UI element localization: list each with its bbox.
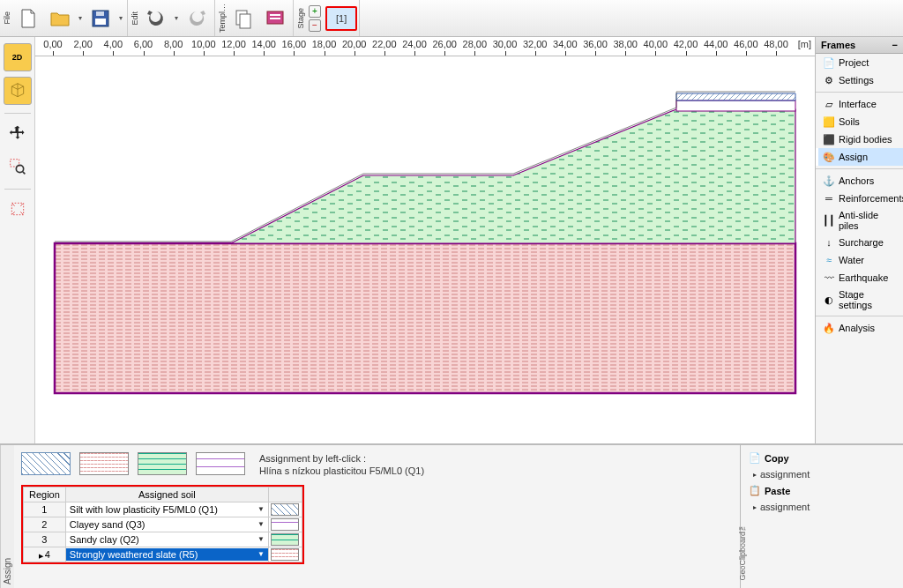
frame-item-label: Earthquake xyxy=(839,272,888,283)
soils-icon: 🟨 xyxy=(823,115,835,128)
ruler-label: 12,00 xyxy=(221,39,246,49)
frames-title: Frames xyxy=(821,40,855,50)
frames-minimize[interactable]: − xyxy=(892,40,898,50)
soil-name: Silt with low plasticity F5/ML0 (Q1) xyxy=(70,504,218,515)
legend-swatch-4[interactable] xyxy=(196,452,245,475)
stage-icon: ◐ xyxy=(823,294,835,306)
copy-assignment[interactable]: assignment xyxy=(744,467,811,481)
soil-dropdown-icon[interactable]: ▼ xyxy=(257,505,265,513)
save-file-button[interactable] xyxy=(86,4,116,33)
frame-item-soils[interactable]: 🟨Soils xyxy=(816,113,903,130)
ruler-label: 24,00 xyxy=(402,39,427,49)
frame-item-label: Analysis xyxy=(839,323,875,333)
assign-row[interactable]: 4Strongly weathered slate (R5)▼ xyxy=(24,547,302,562)
ruler-label: 40,00 xyxy=(644,39,668,49)
ruler-label: 18,00 xyxy=(312,39,337,49)
remove-stage-button[interactable]: − xyxy=(309,19,321,32)
svg-rect-6 xyxy=(270,14,280,16)
undo-button[interactable] xyxy=(141,4,171,33)
assign-row[interactable]: 1Silt with low plasticity F5/ML0 (Q1)▼ xyxy=(24,502,302,517)
svg-rect-4 xyxy=(240,14,250,28)
ruler-label: 26,00 xyxy=(432,39,457,49)
frame-item-settings[interactable]: ⚙Settings xyxy=(816,71,903,89)
top-toolbar: File Edit Templ… Stage + − xyxy=(0,0,903,37)
frame-item-water[interactable]: ≈Water xyxy=(816,251,903,269)
edit-menu-label[interactable]: Edit xyxy=(130,10,140,27)
frame-item-label: Interface xyxy=(839,99,877,109)
open-file-button[interactable] xyxy=(45,4,75,33)
zoom-region-button[interactable] xyxy=(4,153,32,181)
save-file-dropdown[interactable] xyxy=(116,4,125,33)
piles-icon: ┃┃ xyxy=(823,214,835,227)
frame-item-reinforcements[interactable]: ═Reinforcements xyxy=(816,190,903,207)
new-file-button[interactable] xyxy=(13,4,43,33)
svg-rect-2 xyxy=(96,11,104,16)
template-menu-label[interactable]: Templ… xyxy=(217,2,228,34)
file-menu-label[interactable]: File xyxy=(2,10,12,26)
model-canvas[interactable] xyxy=(35,56,815,437)
soil-swatch xyxy=(271,503,299,516)
soil-name: Sandy clay (Q2) xyxy=(70,534,139,545)
frame-item-project[interactable]: 📄Project xyxy=(816,54,903,71)
fit-view-button[interactable] xyxy=(4,195,32,223)
water-icon: ≈ xyxy=(823,254,835,266)
reinforce-icon: ═ xyxy=(823,192,835,205)
frame-item-label: Reinforcements xyxy=(839,193,903,204)
ruler-label: 6,00 xyxy=(134,39,153,49)
paste-button[interactable]: 📋 Paste xyxy=(744,481,811,500)
frame-item-label: Surcharge xyxy=(839,237,884,248)
view-3d-button[interactable] xyxy=(4,77,32,105)
analysis-icon: 🔥 xyxy=(823,322,835,334)
add-stage-button[interactable]: + xyxy=(309,5,321,18)
frame-item-label: Project xyxy=(839,57,869,68)
svg-rect-14 xyxy=(55,243,795,393)
view-2d-button[interactable]: 2D xyxy=(4,43,32,71)
ruler-label: 30,00 xyxy=(493,39,518,49)
paste-assignment[interactable]: assignment xyxy=(744,500,811,514)
template-button-2[interactable] xyxy=(260,4,290,33)
frame-item-interface[interactable]: ▱Interface xyxy=(816,95,903,113)
svg-rect-1 xyxy=(95,19,106,25)
ruler-label: 28,00 xyxy=(463,39,488,49)
ruler-label: 44,00 xyxy=(704,39,728,49)
soil-swatch xyxy=(271,533,299,546)
ruler-label: 48,00 xyxy=(764,39,788,49)
frame-item-analysis[interactable]: 🔥Analysis xyxy=(816,319,903,337)
open-file-dropdown[interactable] xyxy=(76,4,85,33)
frame-item-surcharge[interactable]: ↓Surcharge xyxy=(816,234,903,251)
col-soil: Assigned soil xyxy=(65,487,268,502)
frame-item-label: Rigid bodies xyxy=(839,134,892,145)
frame-item-assign[interactable]: 🎨Assign xyxy=(816,148,903,166)
assign-row[interactable]: 3Sandy clay (Q2)▼ xyxy=(24,532,302,547)
stage-menu-label[interactable]: Stage xyxy=(295,6,306,31)
soil-name: Clayey sand (Q3) xyxy=(70,519,146,530)
undo-dropdown[interactable] xyxy=(172,4,181,33)
legend-swatch-2[interactable] xyxy=(79,452,129,475)
frame-item-anti-slide-piles[interactable]: ┃┃Anti-slide piles xyxy=(816,207,903,234)
legend-swatch-1[interactable] xyxy=(21,452,71,475)
soil-dropdown-icon[interactable]: ▼ xyxy=(257,520,265,528)
template-button-1[interactable] xyxy=(228,4,258,33)
frame-item-stage-settings[interactable]: ◐Stage settings xyxy=(816,287,903,313)
soil-swatch xyxy=(271,548,299,561)
ruler-label: 36,00 xyxy=(583,39,608,49)
stage-tab-1[interactable]: [1] xyxy=(325,6,357,31)
frames-header: Frames − xyxy=(816,37,903,54)
ruler-label: 14,00 xyxy=(251,39,276,49)
frame-item-anchors[interactable]: ⚓Anchors xyxy=(816,172,903,190)
move-tool-button[interactable] xyxy=(4,119,32,147)
frame-item-label: Soils xyxy=(839,116,860,127)
assign-table: Region Assigned soil 1Silt with low plas… xyxy=(23,487,302,562)
redo-button[interactable] xyxy=(182,4,212,33)
frame-item-label: Assign xyxy=(839,152,868,162)
copy-button[interactable]: 📄 Copy xyxy=(744,449,811,467)
soil-dropdown-icon[interactable]: ▼ xyxy=(257,550,265,558)
frame-item-rigid-bodies[interactable]: ⬛Rigid bodies xyxy=(816,130,903,148)
soil-dropdown-icon[interactable]: ▼ xyxy=(257,535,265,543)
legend-swatch-3[interactable] xyxy=(138,452,187,475)
cross-section-svg xyxy=(35,56,815,437)
assign-row[interactable]: 2Clayey sand (Q3)▼ xyxy=(24,517,302,532)
ruler-label: 10,00 xyxy=(191,39,216,49)
frame-item-earthquake[interactable]: 〰Earthquake xyxy=(816,269,903,287)
interface-icon: ▱ xyxy=(823,98,835,110)
